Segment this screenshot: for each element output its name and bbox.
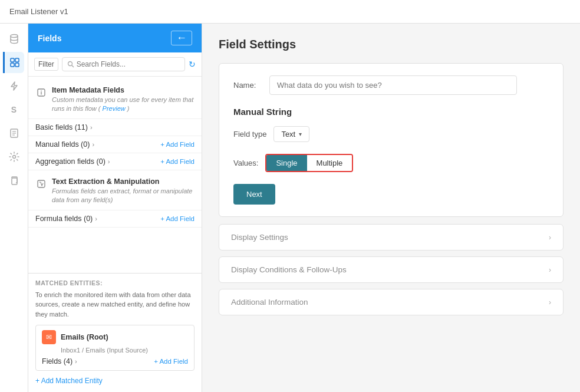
chevron-right-icon: › — [90, 124, 93, 131]
svg-point-15 — [41, 90, 41, 91]
svg-rect-1 — [11, 58, 14, 62]
additional-info-section[interactable]: Additional Information › — [219, 289, 563, 315]
add-entity-field-link[interactable]: + Add Field — [154, 358, 188, 365]
additional-info-title: Additional Information — [231, 298, 308, 307]
fields-panel: Fields ← Filter ↻ — [28, 24, 202, 392]
entity-name: Emails (Root) — [61, 333, 108, 341]
search-input[interactable] — [77, 60, 180, 68]
sidebar-item-copy[interactable] — [4, 170, 25, 191]
matched-entities-desc: To enrich the monitored item with data f… — [35, 290, 195, 319]
matched-entities-section: MATCHED ENTITIES: To enrich the monitore… — [28, 273, 202, 393]
name-row: Name: — [233, 75, 549, 95]
chevron-down-icon: › — [549, 233, 551, 242]
aggregation-fields-row[interactable]: Aggregation fields (0) › + Add Field — [28, 153, 202, 170]
basic-fields-label: Basic fields (11) › — [35, 123, 93, 131]
back-button[interactable]: ← — [171, 31, 192, 45]
display-settings-section[interactable]: Display Settings › — [219, 224, 563, 251]
copy-icon — [9, 175, 19, 186]
svg-rect-2 — [15, 58, 19, 62]
document-icon — [9, 128, 19, 139]
svg-point-0 — [11, 35, 18, 38]
sidebar-item-lightning[interactable] — [4, 75, 25, 97]
svg-rect-4 — [15, 63, 19, 67]
field-type-label: Field type — [233, 130, 266, 139]
name-label: Name: — [233, 81, 260, 90]
fields-search-bar: Filter ↻ — [28, 52, 202, 77]
values-label: Values: — [233, 159, 258, 167]
values-row: Values: Single Multiple — [233, 154, 549, 172]
formula-fields-row[interactable]: Formula fields (0) › + Add Field — [28, 210, 202, 228]
extraction-desc: Formulas fields can extract, format or m… — [52, 187, 195, 205]
name-input[interactable] — [269, 75, 517, 95]
manual-string-title: Manual String — [233, 107, 549, 117]
matched-entities-label: MATCHED ENTITIES: — [35, 279, 195, 286]
refresh-button[interactable]: ↻ — [189, 60, 196, 69]
info-icon — [35, 87, 47, 98]
sidebar-item-document[interactable] — [4, 123, 25, 144]
preview-link[interactable]: Preview — [103, 105, 126, 112]
search-icon — [67, 61, 74, 68]
add-aggregation-field-link[interactable]: + Add Field — [160, 158, 195, 165]
add-manual-field-link[interactable]: + Add Field — [160, 141, 195, 148]
entity-source: Inbox1 / Emails (Input Source) — [61, 347, 188, 354]
sidebar-item-database[interactable] — [4, 28, 25, 50]
chevron-down-icon2: › — [549, 266, 551, 274]
svg-rect-10 — [12, 178, 17, 185]
entity-icon: ✉ — [42, 330, 56, 344]
fields-icon — [9, 57, 20, 68]
aggregation-fields-text: Aggregation fields (0) — [35, 157, 106, 166]
fields-title: Fields — [38, 34, 61, 43]
basic-fields-row[interactable]: Basic fields (11) › — [28, 119, 202, 136]
metadata-desc: Custom metadata you can use for every it… — [52, 95, 195, 114]
sidebar-item-fields[interactable] — [3, 52, 24, 73]
extraction-text: Text Extraction & Manipulation Formulas … — [52, 177, 195, 205]
main-content: Field Settings Name: Manual String Field… — [202, 24, 580, 392]
add-matched-entity-button[interactable]: + Add Matched Entity — [35, 374, 195, 387]
sidebar-item-s[interactable]: S — [4, 99, 25, 120]
sidebar-item-tools[interactable] — [4, 146, 25, 167]
extraction-section: Text Extraction & Manipulation Formulas … — [28, 173, 202, 210]
fields-list: Item Metadata Fields Custom metadata you… — [28, 77, 202, 273]
manual-fields-label: Manual fields (0) › — [35, 140, 94, 149]
single-toggle-button[interactable]: Single — [266, 155, 307, 171]
icon-sidebar: S — [0, 24, 28, 392]
field-type-value: Text — [281, 130, 295, 139]
display-conditions-title: Display Conditions & Follow-Ups — [231, 265, 347, 274]
chevron-down-icon3: › — [549, 298, 551, 307]
entity-fields-label[interactable]: Fields (4) › — [42, 357, 77, 365]
dropdown-arrow-icon: ▾ — [299, 131, 302, 137]
formula-fields-text: Formula fields (0) — [35, 215, 93, 223]
entity-card-header: ✉ Emails (Root) — [42, 330, 188, 344]
search-wrapper — [62, 57, 185, 71]
display-settings-title: Display Settings — [231, 233, 288, 242]
add-formula-field-link[interactable]: + Add Field — [160, 215, 195, 222]
formula-icon — [35, 178, 47, 190]
svg-rect-3 — [11, 63, 14, 67]
top-bar: Email Listener v1 — [0, 0, 580, 24]
lightning-icon — [9, 81, 19, 91]
manual-fields-text: Manual fields (0) — [35, 140, 90, 149]
svg-line-12 — [71, 65, 73, 67]
next-button[interactable]: Next — [233, 184, 275, 205]
extraction-title: Text Extraction & Manipulation — [52, 177, 195, 186]
basic-fields-text: Basic fields (11) — [35, 123, 88, 131]
multiple-toggle-button[interactable]: Multiple — [307, 155, 352, 171]
tools-icon — [9, 151, 19, 162]
metadata-fields-section: Item Metadata Fields Custom metadata you… — [28, 81, 202, 119]
fields-header: Fields ← — [28, 24, 202, 52]
field-settings-card: Name: Manual String Field type Text ▾ Va… — [219, 63, 563, 217]
chevron-right-icon2: › — [92, 141, 94, 148]
svg-point-11 — [68, 62, 72, 66]
manual-fields-row[interactable]: Manual fields (0) › + Add Field — [28, 136, 202, 153]
svg-point-9 — [12, 156, 15, 159]
display-conditions-section[interactable]: Display Conditions & Follow-Ups › — [219, 256, 563, 283]
values-toggle: Single Multiple — [265, 154, 353, 172]
filter-button[interactable]: Filter — [34, 58, 58, 71]
formula-fields-label: Formula fields (0) › — [35, 215, 97, 223]
metadata-text: Item Metadata Fields Custom metadata you… — [52, 86, 195, 114]
metadata-title: Item Metadata Fields — [52, 86, 195, 94]
page-title: Field Settings — [219, 38, 563, 51]
field-type-select[interactable]: Text ▾ — [273, 126, 309, 142]
chevron-right-icon4: › — [95, 215, 97, 222]
aggregation-fields-label: Aggregation fields (0) › — [35, 157, 110, 166]
